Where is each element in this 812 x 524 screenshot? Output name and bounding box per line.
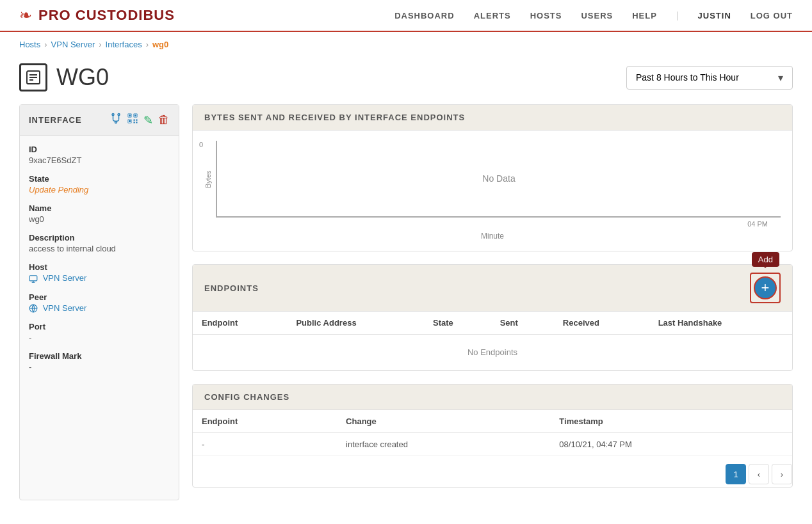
nav-hosts[interactable]: HOSTS — [530, 11, 562, 20]
sidebar: INTERFACE — [19, 104, 179, 500]
page-1-button[interactable]: 1 — [726, 464, 746, 484]
field-description-value: access to internal cloud — [29, 244, 170, 253]
endpoints-no-data-row: No Endpoints — [193, 335, 792, 370]
page-title-text: WG0 — [56, 64, 109, 91]
prev-page-button[interactable]: ‹ — [749, 464, 769, 484]
field-name: Name wg0 — [29, 203, 170, 224]
col-endpoint: Endpoint — [193, 312, 287, 335]
chart-no-data: No Data — [482, 173, 515, 184]
fork-icon[interactable] — [110, 113, 122, 127]
svg-rect-11 — [129, 115, 131, 116]
page-title-row: WG0 Past 8 Hours to This Hour ▾ — [0, 57, 812, 104]
svg-rect-20 — [134, 122, 135, 123]
config-col-endpoint: Endpoint — [193, 410, 337, 433]
config-table-container: Endpoint Change Timestamp -interface cre… — [193, 410, 792, 456]
config-table: Endpoint Change Timestamp -interface cre… — [193, 410, 792, 456]
field-id-value: 9xac7E6SdZT — [29, 155, 170, 165]
chart-time-label: 04 PM — [747, 220, 768, 228]
field-state-label: State — [29, 174, 170, 184]
endpoints-header: ENDPOINTS Add + — [193, 265, 792, 312]
main-nav: DASHBOARD ALERTS HOSTS USERS HELP | JUST… — [394, 10, 793, 20]
field-peer-value: VPN Server — [29, 303, 170, 314]
col-public-address: Public Address — [287, 312, 424, 335]
breadcrumb: Hosts › VPN Server › Interfaces › wg0 — [0, 32, 812, 57]
svg-rect-17 — [129, 120, 131, 122]
breadcrumb-sep-2: › — [99, 40, 101, 49]
field-name-value: wg0 — [29, 214, 170, 224]
col-last-handshake: Last Handshake — [649, 312, 792, 335]
endpoints-no-data: No Endpoints — [193, 335, 792, 370]
chart-body: Bytes 0 No Data 04 PM Minute — [193, 131, 792, 251]
chart-section: BYTES SENT AND RECEIVED BY INTERFACE END… — [192, 104, 793, 251]
nav-username[interactable]: JUSTIN — [698, 11, 731, 20]
nav-help[interactable]: HELP — [632, 11, 657, 20]
field-name-label: Name — [29, 203, 170, 213]
svg-rect-22 — [29, 275, 37, 280]
col-received: Received — [554, 312, 649, 335]
config-col-change: Change — [337, 410, 550, 433]
breadcrumb-sep-1: › — [44, 40, 47, 49]
field-firewall-mark: Firewall Mark - — [29, 351, 170, 372]
chart-x-label: Minute — [204, 232, 781, 241]
add-button-container: Add + — [754, 276, 777, 299]
chart-section-header: BYTES SENT AND RECEIVED BY INTERFACE END… — [193, 105, 792, 131]
main-content: INTERFACE — [0, 104, 812, 520]
config-table-header-row: Endpoint Change Timestamp — [193, 410, 792, 433]
add-button-highlight: Add + — [750, 273, 781, 303]
field-state: State Update Pending — [29, 174, 170, 195]
svg-point-4 — [112, 114, 114, 116]
delete-icon[interactable]: 🗑 — [158, 113, 170, 127]
breadcrumb-vpn-server[interactable]: VPN Server — [51, 40, 95, 49]
svg-point-5 — [118, 114, 120, 116]
col-sent: Sent — [491, 312, 554, 335]
field-peer: Peer VPN Server — [29, 292, 170, 314]
chevron-down-icon: ▾ — [778, 72, 783, 84]
svg-rect-21 — [136, 122, 137, 123]
sidebar-actions: ✎ 🗑 — [110, 113, 170, 127]
config-section: CONFIG CHANGES Endpoint Change Timestamp… — [192, 384, 793, 488]
time-selector-button[interactable]: Past 8 Hours to This Hour ▾ — [626, 66, 793, 90]
chart-y-label: Bytes — [204, 141, 212, 218]
add-tooltip: Add — [752, 252, 779, 267]
field-host: Host VPN Server — [29, 262, 170, 283]
nav-logout[interactable]: LOG OUT — [751, 11, 793, 20]
breadcrumb-hosts[interactable]: Hosts — [19, 40, 40, 49]
qr-icon[interactable] — [127, 113, 138, 127]
sidebar-body: ID 9xac7E6SdZT State Update Pending Name… — [20, 136, 179, 390]
next-page-button[interactable]: › — [772, 464, 792, 484]
endpoints-table-container: Endpoint Public Address State Sent Recei… — [193, 312, 792, 370]
pagination: 1 ‹ › — [193, 456, 792, 487]
add-endpoint-button[interactable]: + — [754, 276, 777, 299]
right-panel: BYTES SENT AND RECEIVED BY INTERFACE END… — [192, 104, 793, 500]
breadcrumb-interfaces[interactable]: Interfaces — [106, 40, 142, 49]
field-host-label: Host — [29, 262, 170, 272]
field-host-value: VPN Server — [29, 273, 170, 283]
svg-rect-14 — [134, 115, 136, 116]
chart-area: 0 No Data 04 PM — [216, 141, 781, 218]
edit-icon[interactable]: ✎ — [143, 113, 153, 127]
field-host-link[interactable]: VPN Server — [43, 273, 87, 283]
nav-divider: | — [676, 10, 679, 20]
page-title: WG0 — [19, 63, 109, 91]
logo-text: PRO CUSTODIBUS — [38, 7, 175, 24]
chart-zero: 0 — [199, 141, 203, 148]
nav-users[interactable]: USERS — [581, 11, 613, 20]
nav-dashboard[interactable]: DASHBOARD — [394, 11, 455, 20]
svg-rect-18 — [134, 120, 135, 121]
field-peer-link[interactable]: VPN Server — [43, 303, 87, 313]
peer-icon — [29, 303, 40, 313]
field-description-label: Description — [29, 233, 170, 242]
nav-alerts[interactable]: ALERTS — [474, 11, 511, 20]
sidebar-header: INTERFACE — [20, 105, 179, 136]
config-cell-change: interface created — [337, 433, 550, 456]
page-title-icon — [19, 63, 47, 91]
field-port: Port - — [29, 322, 170, 342]
endpoints-section: ENDPOINTS Add + Endpoint Public A — [192, 264, 793, 371]
field-firewall-mark-label: Firewall Mark — [29, 351, 170, 361]
field-peer-label: Peer — [29, 292, 170, 302]
config-cell-timestamp: 08/10/21, 04:47 PM — [550, 433, 792, 456]
field-description: Description access to internal cloud — [29, 233, 170, 253]
chart-container: Bytes 0 No Data 04 PM — [204, 141, 781, 218]
table-row: -interface created08/10/21, 04:47 PM — [193, 433, 792, 456]
plus-icon: + — [761, 280, 770, 296]
